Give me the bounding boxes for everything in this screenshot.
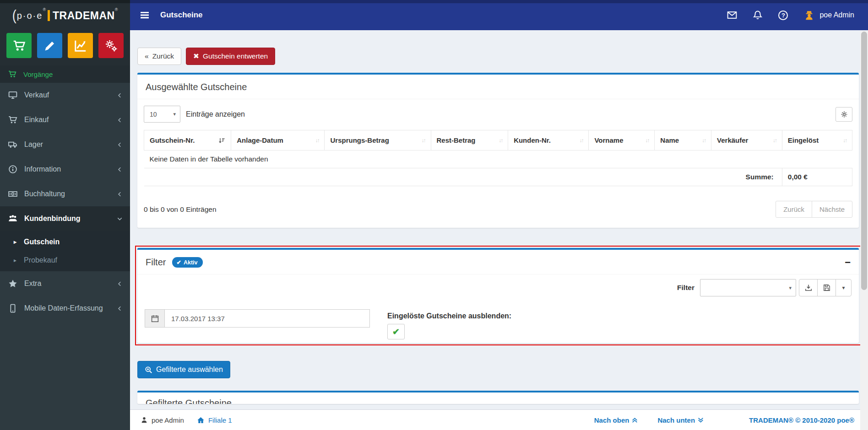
- page-length-select[interactable]: 10 ▾: [144, 106, 180, 123]
- check-icon: ✔: [392, 327, 400, 337]
- sort-icon: ↓↑: [843, 137, 846, 144]
- quick-sale-button[interactable]: [6, 33, 32, 58]
- column-header-rest-betrag[interactable]: Rest-Betrag↓↑: [431, 130, 508, 150]
- info-circle-icon: [8, 165, 17, 174]
- minus-icon: −: [845, 257, 851, 268]
- panel-title: Gefilterte Gutscheine: [137, 392, 859, 404]
- sidebar-item-label: Einkauf: [24, 116, 49, 124]
- scrollbar-thumb[interactable]: [861, 32, 867, 290]
- sort-icon: ↓↑: [315, 137, 319, 144]
- bars-icon: [139, 10, 150, 21]
- sidebar-item-lager[interactable]: Lager: [0, 132, 130, 157]
- messages-button[interactable]: [727, 10, 737, 20]
- sidebar-item-label: Kundenbindung: [24, 215, 81, 223]
- sidebar-item-probekauf[interactable]: ▸ Probekauf: [0, 251, 130, 269]
- vouchers-table: Gutschein-Nr. Anlage-Datum↓↑ Ursprungs-B…: [144, 130, 852, 186]
- filter-select-label: Filter: [677, 284, 694, 292]
- sort-icon: ↓↑: [702, 137, 705, 144]
- column-header-gutschein-nr[interactable]: Gutschein-Nr.: [144, 130, 231, 150]
- caret-right-icon: ▸: [14, 257, 16, 263]
- save-icon: [823, 284, 830, 291]
- sidebar-item-kundenbindung[interactable]: Kundenbindung: [0, 206, 130, 231]
- saved-filter-select[interactable]: ▾: [700, 279, 796, 296]
- chevron-down-icon: [117, 216, 123, 222]
- desktop-icon: [8, 91, 17, 100]
- pagination-previous-button[interactable]: Zurück: [776, 201, 812, 218]
- caret-down-icon: ▾: [167, 111, 176, 117]
- sort-desc-icon: [218, 137, 225, 144]
- column-header-verkaeufer[interactable]: Verkäufer↓↑: [711, 130, 782, 150]
- page-title: Gutscheine: [160, 11, 203, 20]
- toolbar: « Zurück ✖ Gutschein entwerten: [137, 48, 859, 65]
- sidebar: ( p·o·e ® TRADEMAN ® Vorgänge Verkauf Ei…: [0, 0, 130, 430]
- filter-more-options-button[interactable]: ▾: [835, 279, 852, 296]
- quick-edit-button[interactable]: [37, 33, 62, 58]
- angle-double-down-icon: [697, 417, 704, 424]
- column-header-eingeloest[interactable]: Eingelöst↓↑: [782, 130, 852, 150]
- logo-poe: p·o·e: [17, 11, 43, 21]
- filter-criteria-row: Eingelöste Gutscheine ausblenden: ✔: [145, 309, 852, 339]
- date-filter-input[interactable]: [164, 309, 370, 328]
- devalue-voucher-button[interactable]: ✖ Gutschein entwerten: [186, 48, 275, 65]
- quick-stats-button[interactable]: [68, 33, 93, 58]
- collapse-panel-button[interactable]: −: [845, 259, 851, 266]
- users-icon: [8, 214, 17, 223]
- download-filter-button[interactable]: [799, 279, 818, 296]
- sidebar-item-label: Buchhaltung: [24, 190, 65, 198]
- column-header-kunden-nr[interactable]: Kunden-Nr.↓↑: [508, 130, 589, 150]
- scroll-to-top-link[interactable]: Nach oben: [594, 416, 639, 424]
- footer: poe Admin Filiale 1 Nach oben Nach unten…: [130, 409, 868, 430]
- notifications-button[interactable]: [753, 10, 763, 20]
- caret-down-icon: ▾: [842, 285, 845, 291]
- sidebar-item-mobile-daten-erfassung[interactable]: Mobile Daten-Erfassung: [0, 296, 130, 321]
- logo-name: TRADEMAN: [53, 10, 115, 22]
- filter-panel: Filter ✔ Aktiv − Filter ▾: [137, 248, 859, 343]
- quick-settings-button[interactable]: [98, 33, 124, 58]
- logo-registered-mark: ®: [115, 7, 118, 12]
- table-settings-button[interactable]: [835, 107, 852, 122]
- sidebar-item-label: Verkauf: [24, 91, 49, 99]
- footer-branch-link[interactable]: Filiale 1: [197, 416, 232, 424]
- pagination-next-button[interactable]: Nächste: [812, 201, 852, 218]
- column-header-anlage-datum[interactable]: Anlage-Datum↓↑: [231, 130, 325, 150]
- calendar-addon-button[interactable]: [145, 309, 164, 328]
- empty-table-message: Keine Daten in der Tabelle vorhanden: [144, 150, 852, 168]
- back-button[interactable]: « Zurück: [137, 48, 181, 65]
- table-info: 0 bis 0 von 0 Einträgen: [144, 205, 217, 214]
- save-filter-button[interactable]: [817, 279, 836, 296]
- column-header-ursprungs-betrag[interactable]: Ursprungs-Betrag↓↑: [325, 130, 431, 150]
- sort-icon: ↓↑: [579, 137, 583, 144]
- filter-panel-title: Filter: [146, 257, 166, 268]
- sidebar-item-vorgaenge[interactable]: Vorgänge: [0, 65, 130, 83]
- sidebar-item-gutschein[interactable]: ▸ Gutschein: [0, 233, 130, 251]
- sidebar-item-label: Extra: [24, 280, 41, 288]
- scroll-to-bottom-link[interactable]: Nach unten: [657, 416, 704, 424]
- column-header-vorname[interactable]: Vorname↓↑: [589, 130, 655, 150]
- sidebar-item-information[interactable]: Information: [0, 157, 130, 182]
- column-header-name[interactable]: Name↓↑: [655, 130, 711, 150]
- sidebar-item-extra[interactable]: Extra: [0, 271, 130, 296]
- sidebar-item-verkauf[interactable]: Verkauf: [0, 83, 130, 108]
- user-menu[interactable]: poe Admin: [803, 10, 854, 21]
- date-input-group: [145, 309, 370, 328]
- sidebar-item-label: Mobile Daten-Erfassung: [24, 304, 103, 312]
- select-filtered-button[interactable]: Gefilterte auswählen: [137, 361, 230, 378]
- brand-logo[interactable]: ( p·o·e ® TRADEMAN ®: [0, 0, 130, 31]
- chevron-left-icon: [117, 92, 123, 98]
- pencil-icon: [43, 39, 56, 52]
- sidebar-item-einkauf[interactable]: Einkauf: [0, 108, 130, 132]
- calendar-icon: [151, 315, 159, 322]
- panel-title: Ausgewählte Gutscheine: [146, 82, 247, 92]
- hamburger-menu-button[interactable]: [139, 10, 150, 21]
- sum-value: 0,00 €: [782, 168, 852, 186]
- cart-icon: [13, 39, 26, 52]
- caret-down-icon: ▾: [782, 285, 792, 291]
- help-button[interactable]: ?: [778, 11, 788, 20]
- logo-registered-mark: ®: [43, 7, 46, 12]
- sidebar-item-buchhaltung[interactable]: Buchhaltung: [0, 182, 130, 206]
- chevron-left-icon: [117, 306, 123, 312]
- copyright-text: TRADEMAN® © 2010-2020 poe®: [749, 416, 854, 424]
- hide-redeemed-checkbox[interactable]: ✔: [387, 324, 405, 339]
- download-icon: [805, 284, 812, 291]
- sidebar-item-label: Lager: [24, 140, 43, 149]
